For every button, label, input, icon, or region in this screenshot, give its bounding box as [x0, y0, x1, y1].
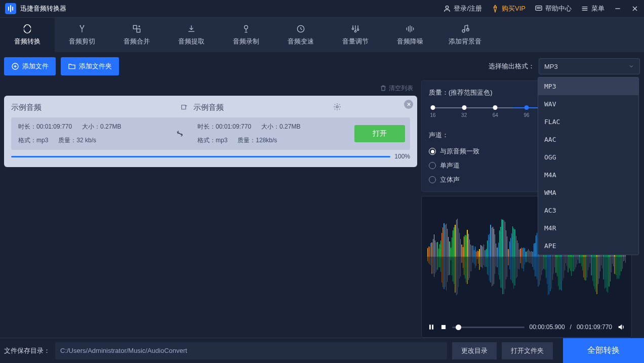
- user-icon: [443, 5, 451, 13]
- nav-tab-2[interactable]: 音频合并: [109, 18, 164, 52]
- app-logo: [5, 3, 16, 14]
- nav-icon: [241, 24, 251, 34]
- quality-label: 64: [493, 112, 498, 118]
- dropdown-item[interactable]: MP3: [538, 77, 638, 95]
- playback-slider[interactable]: [452, 327, 525, 328]
- nav-icon: [132, 24, 142, 34]
- titlebar: 迅捷音频转换器 登录/注册 购买VIP 帮助中心 菜单: [0, 0, 644, 18]
- diamond-icon: [491, 5, 499, 13]
- quality-label: 16: [430, 112, 435, 118]
- dropdown-item[interactable]: AAC: [538, 131, 638, 148]
- svg-point-4: [540, 8, 540, 8]
- nav-icon: [296, 24, 306, 34]
- dropdown-item[interactable]: APE: [538, 237, 638, 255]
- save-path-label: 文件保存目录：: [4, 346, 50, 355]
- trash-icon: [380, 85, 387, 92]
- open-button[interactable]: 打开: [354, 125, 405, 142]
- nav-tab-3[interactable]: 音频提取: [164, 18, 219, 52]
- svg-rect-16: [429, 325, 431, 329]
- quality-dot[interactable]: [525, 105, 529, 110]
- plus-circle-icon: [11, 62, 19, 70]
- svg-rect-17: [432, 325, 433, 329]
- dropdown-item[interactable]: M4R: [538, 219, 638, 237]
- nav-tab-1[interactable]: 音频剪切: [55, 18, 109, 52]
- add-file-button[interactable]: 添加文件: [4, 57, 56, 75]
- playback-position: 00:00:05.900: [530, 324, 565, 331]
- close-button[interactable]: [631, 5, 639, 13]
- nav-icon: [350, 24, 360, 34]
- svg-rect-18: [441, 325, 446, 329]
- edit-icon[interactable]: [180, 104, 188, 112]
- dropdown-item[interactable]: AC3: [538, 201, 638, 219]
- nav-icon: [77, 24, 87, 34]
- menu-button[interactable]: 菜单: [581, 4, 605, 13]
- save-path-input[interactable]: [55, 342, 447, 359]
- playback-total: 00:01:09:770: [577, 324, 612, 331]
- svg-point-3: [538, 8, 539, 8]
- card-close-button[interactable]: ✕: [404, 100, 413, 109]
- format-label: 选择输出格式：: [489, 62, 535, 71]
- nav-tab-4[interactable]: 音频录制: [219, 18, 273, 52]
- nav-tab-5[interactable]: 音频变速: [273, 18, 328, 52]
- convert-all-button[interactable]: 全部转换: [563, 338, 644, 364]
- nav-icon: [186, 24, 196, 34]
- nav-tab-8[interactable]: 添加背景音: [437, 18, 492, 52]
- file-list-panel: 清空列表 ✕ 示例音频 示例音频 时长：00:01:09:770大小：0.27M…: [0, 80, 421, 338]
- dropdown-item[interactable]: FLAC: [538, 113, 638, 131]
- swap-icon[interactable]: [176, 129, 185, 138]
- quality-label: 96: [524, 112, 529, 118]
- open-folder-button[interactable]: 打开文件夹: [502, 342, 553, 359]
- stop-icon[interactable]: [440, 324, 447, 331]
- progress-percent: 100%: [394, 153, 410, 160]
- audio-card: ✕ 示例音频 示例音频 时长：00:01:09:770大小：0.27MB 格式：…: [4, 96, 417, 167]
- nav-tab-7[interactable]: 音频降噪: [383, 18, 437, 52]
- svg-rect-5: [133, 25, 137, 29]
- help-button[interactable]: 帮助中心: [535, 4, 572, 13]
- radio-icon: [429, 148, 436, 155]
- folder-icon: [68, 62, 76, 70]
- format-dropdown[interactable]: MP3WAVFLACAACOGGM4AWMAAC3M4RAPE: [538, 77, 639, 255]
- toolbar: 添加文件 添加文件夹 选择输出格式： MP3: [0, 52, 644, 80]
- pause-icon[interactable]: [428, 324, 435, 331]
- format-select[interactable]: MP3: [539, 58, 640, 74]
- nav-tab-6[interactable]: 音量调节: [328, 18, 383, 52]
- svg-point-7: [245, 25, 248, 29]
- svg-point-0: [446, 6, 449, 9]
- app-title: 迅捷音频转换器: [20, 4, 66, 13]
- quality-label: 32: [461, 112, 467, 118]
- radio-icon: [429, 162, 436, 169]
- hamburger-icon: [581, 5, 589, 13]
- chat-icon: [535, 5, 543, 13]
- svg-point-9: [352, 28, 353, 29]
- nav-tab-0[interactable]: 音频转换: [0, 18, 55, 52]
- clear-list-button[interactable]: 清空列表: [380, 84, 413, 93]
- gear-icon[interactable]: [333, 103, 341, 111]
- svg-point-10: [354, 30, 356, 32]
- svg-point-15: [336, 106, 338, 108]
- footer: 文件保存目录： 更改目录 打开文件夹 全部转换: [0, 338, 644, 363]
- chevron-down-icon: [628, 63, 634, 69]
- add-folder-button[interactable]: 添加文件夹: [61, 57, 119, 75]
- dropdown-item[interactable]: M4A: [538, 166, 638, 184]
- dest-name: 示例音频: [193, 103, 224, 112]
- svg-rect-6: [137, 29, 140, 32]
- source-name: 示例音频: [11, 103, 42, 112]
- dropdown-item[interactable]: WAV: [538, 95, 638, 113]
- quality-dot[interactable]: [431, 105, 435, 110]
- minimize-button[interactable]: [614, 5, 622, 13]
- nav-icon: [22, 24, 32, 34]
- nav-icon: [460, 24, 470, 34]
- quality-dot[interactable]: [462, 105, 466, 110]
- quality-dot[interactable]: [493, 105, 498, 110]
- source-info: 时长：00:01:09:770大小：0.27MB 格式：mp3质量：32 kb/…: [11, 123, 170, 145]
- dropdown-item[interactable]: OGG: [538, 148, 638, 166]
- change-dir-button[interactable]: 更改目录: [452, 342, 497, 359]
- dropdown-item[interactable]: WMA: [538, 184, 638, 201]
- progress-bar: [11, 156, 390, 157]
- login-button[interactable]: 登录/注册: [443, 4, 482, 13]
- vip-button[interactable]: 购买VIP: [491, 4, 526, 13]
- svg-point-2: [537, 8, 538, 8]
- nav-tabs: 音频转换音频剪切音频合并音频提取音频录制音频变速音量调节音频降噪添加背景音: [0, 18, 644, 52]
- svg-point-11: [357, 29, 358, 30]
- volume-icon[interactable]: [617, 323, 625, 331]
